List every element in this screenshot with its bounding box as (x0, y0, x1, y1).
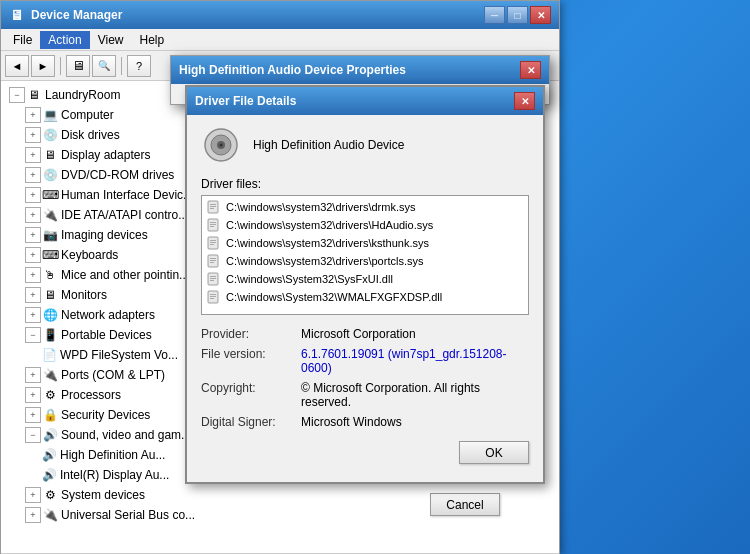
expand-ports[interactable]: + (25, 367, 41, 383)
expand-ideata[interactable]: + (25, 207, 41, 223)
menu-help[interactable]: Help (132, 31, 173, 49)
svg-rect-17 (210, 258, 216, 259)
expand-keyboards[interactable]: + (25, 247, 41, 263)
expand-monitors[interactable]: + (25, 287, 41, 303)
file-path-3: C:\windows\system32\drivers\ksthunk.sys (226, 237, 429, 249)
close-button[interactable]: ✕ (530, 6, 551, 24)
expand-displayadapters[interactable]: + (25, 147, 41, 163)
label-dvdcdrom: DVD/CD-ROM drives (61, 168, 174, 182)
forward-button[interactable]: ► (31, 55, 55, 77)
file-path-1: C:\windows\system32\drivers\drmk.sys (226, 201, 416, 213)
expand-securitydevices[interactable]: + (25, 407, 41, 423)
label-networkadapters: Network adapters (61, 308, 155, 322)
main-dialog-title-bar: High Definition Audio Device Properties … (171, 56, 549, 84)
file-path-6: C:\windows\System32\WMALFXGFXDSP.dll (226, 291, 442, 303)
device-icon: 📄 (41, 347, 57, 363)
driver-file-item-3: C:\windows\system32\drivers\ksthunk.sys (204, 234, 526, 252)
portable-icon: 📱 (42, 327, 58, 343)
expand-humaninterface[interactable]: + (25, 187, 41, 203)
label-soundvideo: Sound, video and gam... (61, 428, 191, 442)
expand-networkadapters[interactable]: + (25, 307, 41, 323)
port-icon: 🔌 (42, 367, 58, 383)
copyright-label: Copyright: (201, 381, 301, 409)
security-icon: 🔒 (42, 407, 58, 423)
driver-file-item-2: C:\windows\system32\drivers\HdAudio.sys (204, 216, 526, 234)
cancel-button[interactable]: Cancel (430, 493, 500, 516)
ide-icon: 🔌 (42, 207, 58, 223)
drive-icon: 💿 (42, 127, 58, 143)
driver-files-list: C:\windows\system32\drivers\drmk.sys C:\… (201, 195, 529, 315)
driver-file-item-4: C:\windows\system32\drivers\portcls.sys (204, 252, 526, 270)
sound-icon: 🔊 (42, 427, 58, 443)
expand-soundvideo[interactable]: − (25, 427, 41, 443)
svg-rect-6 (210, 206, 216, 207)
back-button[interactable]: ◄ (5, 55, 29, 77)
driver-file-item-5: C:\windows\System32\SysFxUI.dll (204, 270, 526, 288)
camera-icon: 📷 (42, 227, 58, 243)
label-ports: Ports (COM & LPT) (61, 368, 165, 382)
minimize-button[interactable]: ─ (484, 6, 505, 24)
file-path-2: C:\windows\system32\drivers\HdAudio.sys (226, 219, 433, 231)
expand-processors[interactable]: + (25, 387, 41, 403)
label-keyboards: Keyboards (61, 248, 118, 262)
dvd-icon: 💿 (42, 167, 58, 183)
label-monitors: Monitors (61, 288, 107, 302)
file-path-5: C:\windows\System32\SysFxUI.dll (226, 273, 393, 285)
svg-rect-19 (210, 262, 214, 263)
file-path-4: C:\windows\system32\drivers\portcls.sys (226, 255, 423, 267)
expand-dvdcdrom[interactable]: + (25, 167, 41, 183)
fileversion-label: File version: (201, 347, 301, 375)
expand-imaging[interactable]: + (25, 227, 41, 243)
file-icon-6 (206, 289, 222, 305)
label-humaninterface: Human Interface Devic... (61, 188, 193, 202)
expand-computer[interactable]: + (25, 107, 41, 123)
title-bar-controls: ─ □ ✕ (484, 6, 551, 24)
expand-laundryroom[interactable]: − (9, 87, 25, 103)
maximize-button[interactable]: □ (507, 6, 528, 24)
expand-mice[interactable]: + (25, 267, 41, 283)
device-name: High Definition Audio Device (253, 138, 404, 152)
svg-rect-14 (210, 242, 216, 243)
cancel-button-area: Cancel (430, 493, 508, 516)
svg-rect-22 (210, 278, 216, 279)
ok-bar: OK (201, 441, 529, 468)
copyright-value: © Microsoft Corporation. All rights rese… (301, 381, 529, 409)
main-dialog-close[interactable]: ✕ (520, 61, 541, 79)
ok-button[interactable]: OK (459, 441, 529, 464)
properties-button[interactable]: 🖥 (66, 55, 90, 77)
label-processors: Processors (61, 388, 121, 402)
display-icon: 🖥 (42, 147, 58, 163)
svg-rect-25 (210, 294, 216, 295)
file-icon-2 (206, 217, 222, 233)
driver-file-item-1: C:\windows\system32\drivers\drmk.sys (204, 198, 526, 216)
toolbar-separator-2 (121, 57, 122, 75)
sub-dialog-close-button[interactable]: ✕ (514, 92, 535, 110)
expand-usb[interactable]: + (25, 507, 41, 523)
menu-action[interactable]: Action (40, 31, 89, 49)
svg-rect-5 (210, 204, 216, 205)
expand-diskdrives[interactable]: + (25, 127, 41, 143)
scan-button[interactable]: 🔍 (92, 55, 116, 77)
file-icon-5 (206, 271, 222, 287)
file-icon-1 (206, 199, 222, 215)
device-manager-icon: 🖥 (9, 7, 25, 23)
menu-file[interactable]: File (5, 31, 40, 49)
svg-rect-21 (210, 276, 216, 277)
svg-point-3 (220, 144, 223, 147)
svg-rect-15 (210, 244, 214, 245)
menu-view[interactable]: View (90, 31, 132, 49)
audio-icon: 🔊 (41, 447, 57, 463)
label-portabledevices: Portable Devices (61, 328, 152, 342)
expand-portabledevices[interactable]: − (25, 327, 41, 343)
svg-rect-18 (210, 260, 216, 261)
label-computer: Computer (61, 108, 114, 122)
help-toolbar-button[interactable]: ? (127, 55, 151, 77)
label-wpd: WPD FileSystem Vo... (60, 348, 178, 362)
device-large-icon (201, 125, 241, 165)
device-manager-title: Device Manager (31, 8, 122, 22)
fileversion-value: 6.1.7601.19091 (win7sp1_gdr.151208-0600) (301, 347, 529, 375)
mouse-icon: 🖱 (42, 267, 58, 283)
label-laundryroom: LaundryRoom (45, 88, 120, 102)
expand-systemdevices[interactable]: + (25, 487, 41, 503)
device-manager-title-bar: 🖥 Device Manager ─ □ ✕ (1, 1, 559, 29)
